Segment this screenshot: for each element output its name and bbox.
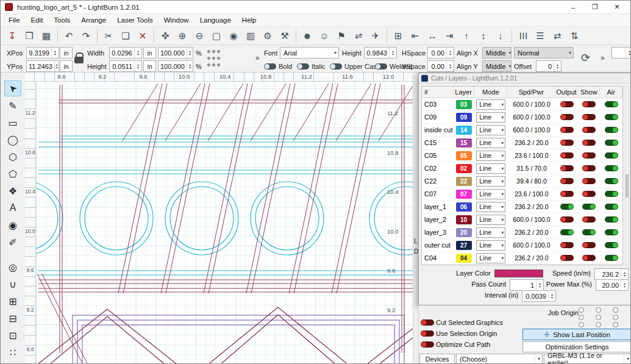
output-toggle[interactable]: [560, 127, 574, 133]
height-unit[interactable]: in: [143, 60, 156, 72]
output-toggle[interactable]: [560, 191, 574, 197]
toolbar-overflow-chevron-2[interactable]: »: [601, 54, 605, 62]
air-toggle[interactable]: [605, 165, 618, 171]
pass-count-field[interactable]: 1▴▾: [510, 279, 544, 291]
hspace-field[interactable]: 0.00▴▾: [427, 47, 454, 59]
choose-select[interactable]: (Choose)▾: [456, 354, 543, 364]
output-toggle[interactable]: [560, 101, 574, 107]
layer-row[interactable]: layer_320Line▾236.2 / 20.0: [422, 226, 622, 239]
layer-color-badge[interactable]: 15: [456, 138, 472, 148]
cut-icon[interactable]: ✂: [101, 28, 116, 44]
spinner-arrows[interactable]: ▴▾: [134, 48, 141, 58]
output-toggle[interactable]: [560, 255, 574, 261]
layer-color-badge[interactable]: 22: [456, 177, 472, 186]
height-field[interactable]: 0.0511▴▾: [109, 60, 142, 72]
upper-case-toggle[interactable]: Upper Case: [330, 61, 380, 72]
menu-language[interactable]: Language: [194, 15, 237, 25]
optimize-row[interactable]: Optimize Cut Path: [421, 341, 490, 348]
ellipse-tool[interactable]: ◯: [4, 132, 21, 148]
menu-edit[interactable]: Edit: [26, 15, 49, 25]
layer-row[interactable]: C0303Line▾600.0 / 100.0: [422, 98, 622, 111]
vspace-field[interactable]: 0.00▴▾: [427, 60, 454, 72]
align-y-select[interactable]: Middle▾: [482, 60, 512, 72]
preview-icon[interactable]: ▥: [243, 28, 258, 44]
job-origin-radio[interactable]: [613, 315, 618, 320]
rotate-tool[interactable]: ⚙: [4, 362, 21, 364]
output-toggle[interactable]: [560, 165, 574, 171]
boolean-intersect-tool[interactable]: ⊡: [4, 327, 21, 343]
layer-color-badge[interactable]: 07: [456, 190, 472, 199]
mode-select[interactable]: Line▾: [476, 215, 505, 225]
distribute-v-icon[interactable]: ☰: [532, 28, 548, 44]
mode-select[interactable]: Line▾: [476, 138, 505, 148]
layer-row[interactable]: layer_210Line▾600.0 / 100.0: [422, 213, 622, 226]
job-origin-radio[interactable]: [579, 315, 584, 320]
air-toggle[interactable]: [605, 255, 618, 261]
font-height-field[interactable]: 0.9843▴▾: [364, 47, 397, 59]
spinner-arrows[interactable]: ▴▾: [554, 61, 561, 71]
layer-row[interactable]: inside cut14Line▾600.0 / 100.0: [422, 124, 622, 137]
air-toggle[interactable]: [605, 114, 618, 120]
layer-row[interactable]: C2222Line▾39.4 / 80.0: [422, 175, 622, 188]
flag-icon[interactable]: ⚑: [333, 28, 349, 44]
upper-case-toggle-pill[interactable]: [330, 63, 342, 70]
text-tool[interactable]: A: [4, 200, 21, 216]
machine-settings-icon[interactable]: ⚒: [277, 28, 293, 44]
layer-row[interactable]: C0202Line▾31.5 / 70.0: [422, 162, 622, 175]
text-style-select[interactable]: Normal▾: [514, 47, 574, 59]
paste-icon[interactable]: ❏: [118, 28, 134, 44]
width-unit[interactable]: in: [143, 47, 156, 59]
devices-button[interactable]: Devices: [419, 354, 455, 364]
save-icon[interactable]: ▦: [38, 28, 54, 44]
mode-select[interactable]: Line▾: [476, 189, 505, 199]
show-toggle[interactable]: [582, 242, 596, 248]
align-right-icon[interactable]: ⇥: [441, 28, 457, 44]
cuts-window-titlebar[interactable]: Cuts / Layers - LightBurn 1.2.01: [419, 73, 631, 84]
minimize-button[interactable]: –: [562, 1, 584, 13]
layer-row[interactable]: C0505Line▾23.6 / 100.0: [422, 149, 622, 162]
mode-select[interactable]: Line▾: [476, 163, 505, 174]
menu-help[interactable]: Help: [237, 15, 262, 25]
air-toggle[interactable]: [605, 178, 618, 184]
mode-select[interactable]: Line▾: [476, 227, 505, 238]
grid-array-tool[interactable]: ∷: [4, 344, 21, 360]
welded-toggle-pill[interactable]: [375, 63, 387, 70]
align-top-icon[interactable]: ↑: [458, 28, 474, 44]
select-tool[interactable]: ➤: [4, 80, 21, 96]
spinner-arrows[interactable]: ▴▾: [621, 269, 628, 279]
offset-shapes-tool[interactable]: ◎: [4, 259, 21, 275]
align-left-icon[interactable]: ⇤: [407, 28, 423, 44]
output-toggle[interactable]: [560, 204, 574, 210]
air-toggle[interactable]: [605, 242, 618, 248]
scrollbar-thumb[interactable]: [626, 174, 629, 198]
offset-field[interactable]: 0▴▾: [536, 60, 561, 72]
layer-row[interactable]: C0707Line▾23.6 / 100.0: [422, 188, 622, 201]
show-toggle[interactable]: [582, 101, 596, 107]
speed-field[interactable]: 236.2▴▾: [594, 268, 629, 280]
ypos-field[interactable]: 11.2463▴▾: [26, 60, 59, 72]
cut-selected-row[interactable]: Cut Selected Graphics: [421, 319, 503, 326]
layer-color-swatch[interactable]: [494, 269, 543, 277]
use-origin-row[interactable]: Use Selection Origin: [421, 330, 497, 337]
mirror-icon[interactable]: ⇌: [351, 28, 366, 44]
width-field[interactable]: 0.0296▴▾: [109, 47, 142, 59]
output-toggle[interactable]: [560, 178, 574, 184]
interval-field[interactable]: 0.0039▴▾: [522, 290, 556, 302]
italic-toggle[interactable]: Italic: [297, 61, 326, 72]
output-toggle[interactable]: [560, 229, 574, 235]
layer-color-badge[interactable]: 06: [456, 202, 472, 212]
mode-select[interactable]: Line▾: [476, 202, 505, 212]
output-toggle[interactable]: [560, 114, 574, 120]
job-origin-radio[interactable]: [596, 322, 601, 327]
air-toggle[interactable]: [605, 191, 618, 197]
job-origin-radio[interactable]: [613, 307, 618, 313]
layer-color-badge[interactable]: 09: [456, 113, 472, 122]
xpos-unit[interactable]: in: [60, 47, 73, 59]
maximize-button[interactable]: ❐: [584, 1, 606, 13]
settings-icon[interactable]: ⚙: [260, 28, 276, 44]
send-icon[interactable]: ✈: [368, 28, 383, 44]
layer-row[interactable]: layer_106Line▾236.2 / 20.0: [422, 201, 622, 213]
menu-file[interactable]: File: [3, 15, 26, 25]
layer-color-badge[interactable]: 04: [456, 254, 472, 263]
menu-tools[interactable]: Tools: [48, 15, 76, 25]
